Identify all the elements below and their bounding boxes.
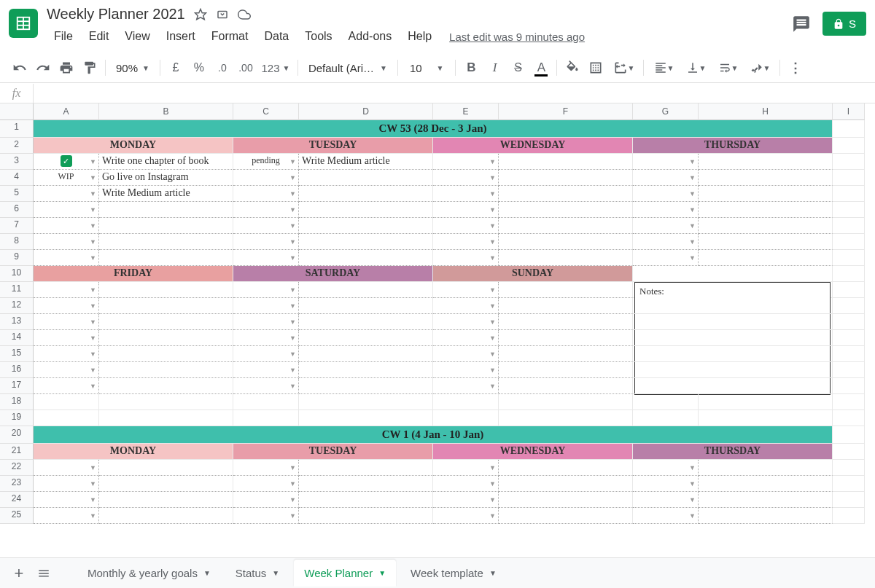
col-header-B[interactable]: B xyxy=(99,103,233,120)
sheet-tab-template[interactable]: Week template▼ xyxy=(400,560,507,560)
row-header-17[interactable]: 17 xyxy=(0,378,34,394)
row-header-4[interactable]: 4 xyxy=(0,170,34,186)
cell[interactable] xyxy=(833,330,865,346)
task-cell[interactable] xyxy=(99,250,233,266)
dropdown-arrow-icon[interactable]: ▼ xyxy=(90,383,96,390)
dropdown-arrow-icon[interactable]: ▼ xyxy=(90,286,96,294)
dropdown-arrow-icon[interactable]: ▼ xyxy=(489,318,496,326)
wrap-button[interactable]: ▼ xyxy=(712,58,743,78)
task-cell[interactable] xyxy=(699,234,833,250)
cell[interactable] xyxy=(833,362,865,378)
dropdown-arrow-icon[interactable]: ▼ xyxy=(489,366,496,374)
star-icon[interactable] xyxy=(194,8,207,21)
increase-decimal-button[interactable]: .00 xyxy=(235,58,257,78)
decrease-decimal-button[interactable]: .0 xyxy=(211,58,233,78)
row-header-12[interactable]: 12 xyxy=(0,298,34,314)
redo-button[interactable] xyxy=(32,58,54,78)
status-cell[interactable]: ▼ xyxy=(233,314,299,330)
status-cell[interactable]: ▼ xyxy=(433,492,499,508)
cell[interactable] xyxy=(299,394,433,410)
cell[interactable] xyxy=(633,266,833,282)
cell[interactable] xyxy=(833,394,865,410)
task-cell[interactable]: Write Medium article xyxy=(99,186,233,202)
dropdown-arrow-icon[interactable]: ▼ xyxy=(90,190,96,197)
task-cell[interactable] xyxy=(299,508,433,524)
task-cell[interactable] xyxy=(299,234,433,250)
task-cell[interactable] xyxy=(499,460,633,476)
status-cell[interactable]: ▼ xyxy=(633,170,699,186)
notes-area[interactable]: Notes: xyxy=(633,282,833,298)
task-cell[interactable]: Write one chapter of book xyxy=(99,154,233,170)
strikethrough-button[interactable]: S xyxy=(507,58,529,78)
status-cell[interactable]: ▼ xyxy=(633,186,699,202)
task-cell[interactable] xyxy=(99,476,233,492)
text-color-button[interactable]: A xyxy=(530,58,552,78)
dropdown-arrow-icon[interactable]: ▼ xyxy=(489,512,496,520)
task-cell[interactable] xyxy=(499,298,633,314)
status-cell[interactable]: ▼ xyxy=(34,218,99,234)
dropdown-arrow-icon[interactable]: ▼ xyxy=(90,334,96,342)
row-header-14[interactable]: 14 xyxy=(0,330,34,346)
row-header-11[interactable]: 11 xyxy=(0,282,34,298)
row-header-13[interactable]: 13 xyxy=(0,314,34,330)
cell[interactable] xyxy=(633,410,699,426)
status-cell[interactable]: ▼ xyxy=(34,346,99,362)
status-cell[interactable]: ▼ xyxy=(233,170,299,186)
task-cell[interactable] xyxy=(299,314,433,330)
menu-view[interactable]: View xyxy=(117,27,157,46)
dropdown-arrow-icon[interactable]: ▼ xyxy=(289,286,296,294)
dropdown-arrow-icon[interactable]: ▼ xyxy=(90,222,96,230)
cell[interactable] xyxy=(299,410,433,426)
dropdown-arrow-icon[interactable]: ▼ xyxy=(489,496,496,503)
row-header-23[interactable]: 23 xyxy=(0,476,34,492)
status-cell[interactable]: ▼ xyxy=(633,202,699,218)
status-cell[interactable]: ▼ xyxy=(633,218,699,234)
row-header-16[interactable]: 16 xyxy=(0,362,34,378)
col-header-E[interactable]: E xyxy=(433,103,499,120)
dropdown-arrow-icon[interactable]: ▼ xyxy=(489,190,496,197)
cell[interactable] xyxy=(499,410,633,426)
dropdown-arrow-icon[interactable]: ▼ xyxy=(90,496,96,503)
status-cell[interactable]: ▼ xyxy=(433,170,499,186)
cell[interactable] xyxy=(833,234,865,250)
sheets-logo[interactable] xyxy=(9,9,38,38)
row-header-22[interactable]: 22 xyxy=(0,460,34,476)
dropdown-arrow-icon[interactable]: ▼ xyxy=(90,480,96,487)
task-cell[interactable] xyxy=(299,298,433,314)
status-cell[interactable]: ▼ xyxy=(433,314,499,330)
day-header[interactable]: SUNDAY xyxy=(433,266,633,282)
merge-button[interactable]: ▼ xyxy=(608,58,639,78)
row-header-3[interactable]: 3 xyxy=(0,154,34,170)
font-select[interactable]: Default (Ari…▼ xyxy=(303,59,393,77)
col-header-G[interactable]: G xyxy=(633,103,699,120)
cell[interactable] xyxy=(833,266,865,282)
dropdown-arrow-icon[interactable]: ▼ xyxy=(289,254,296,262)
italic-button[interactable]: I xyxy=(483,58,505,78)
cell[interactable] xyxy=(833,378,865,394)
row-header-21[interactable]: 21 xyxy=(0,444,34,460)
day-header[interactable]: FRIDAY xyxy=(34,266,233,282)
menu-help[interactable]: Help xyxy=(400,27,439,46)
cell[interactable] xyxy=(833,444,865,460)
cell[interactable] xyxy=(34,410,99,426)
status-cell[interactable]: ▼ xyxy=(433,186,499,202)
task-cell[interactable] xyxy=(299,170,433,186)
cell[interactable] xyxy=(833,426,865,444)
status-cell[interactable]: ✓▼ xyxy=(34,154,99,170)
dropdown-arrow-icon[interactable]: ▼ xyxy=(689,464,696,471)
print-button[interactable] xyxy=(55,58,77,78)
dropdown-arrow-icon[interactable]: ▼ xyxy=(90,318,96,326)
status-cell[interactable]: ▼ xyxy=(433,346,499,362)
cell[interactable] xyxy=(833,476,865,492)
sheet-tab-status[interactable]: Status▼ xyxy=(225,560,289,560)
dropdown-arrow-icon[interactable]: ▼ xyxy=(90,350,96,358)
status-cell[interactable]: ▼ xyxy=(34,298,99,314)
task-cell[interactable] xyxy=(499,508,633,524)
col-header-C[interactable]: C xyxy=(233,103,299,120)
task-cell[interactable] xyxy=(699,218,833,234)
dropdown-arrow-icon[interactable]: ▼ xyxy=(289,464,296,471)
status-cell[interactable]: ▼ xyxy=(433,218,499,234)
row-header-24[interactable]: 24 xyxy=(0,492,34,508)
cell[interactable] xyxy=(633,314,833,330)
cell[interactable] xyxy=(34,394,99,410)
